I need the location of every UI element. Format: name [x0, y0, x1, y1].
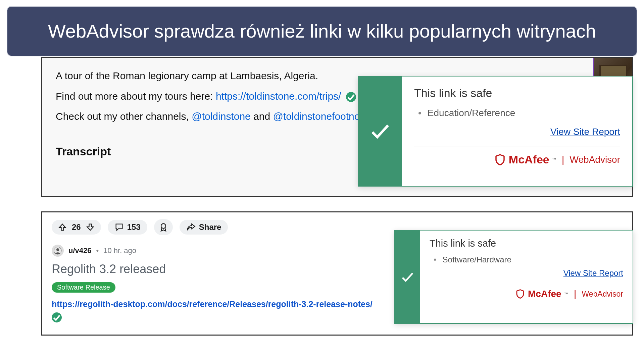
- popup-title: This link is safe: [430, 238, 623, 249]
- mcafee-shield-icon: [515, 289, 525, 299]
- view-site-report-link[interactable]: View Site Report: [550, 127, 620, 137]
- headline-text: WebAdvisor sprawdza również linki w kilk…: [48, 20, 596, 42]
- description-line-3-mid: and: [251, 111, 273, 122]
- svg-point-0: [161, 224, 166, 229]
- safe-check-icon[interactable]: [346, 92, 356, 102]
- channel-link-1[interactable]: @toldinstone: [192, 111, 251, 122]
- view-site-report-link[interactable]: View Site Report: [563, 268, 623, 278]
- vote-widget: 26: [52, 220, 101, 235]
- mcafee-brand-text: McAfee: [528, 289, 561, 299]
- post-username[interactable]: u/v426: [68, 246, 92, 255]
- popup-divider: [430, 284, 623, 284]
- checkmark-icon: [400, 269, 415, 285]
- popup-status-strip: [395, 231, 420, 323]
- webadvisor-brand-text: WebAdvisor: [582, 290, 623, 299]
- avatar-icon: [54, 247, 62, 255]
- description-line-2-prefix: Find out more about my tours here:: [56, 91, 216, 102]
- post-time: 10 hr. ago: [103, 246, 136, 255]
- share-label: Share: [199, 222, 221, 232]
- upvote-icon[interactable]: [58, 222, 67, 232]
- popup-brand: McAfee™ | WebAdvisor: [414, 153, 620, 166]
- mcafee-tm: ™: [564, 292, 568, 297]
- tours-link[interactable]: https://toldinstone.com/trips/: [216, 91, 341, 102]
- avatar[interactable]: [52, 245, 64, 257]
- headline-banner: WebAdvisor sprawdza również linki w kilk…: [7, 6, 637, 56]
- popup-brand: McAfee™ | WebAdvisor: [430, 288, 623, 300]
- popup-category: Education/Reference: [414, 108, 620, 118]
- award-icon: [159, 222, 168, 232]
- comment-count: 153: [127, 222, 141, 232]
- webadvisor-popup-1: This link is safe Education/Reference Vi…: [358, 76, 633, 187]
- mcafee-shield-icon: [494, 154, 506, 166]
- popup-divider: [414, 147, 620, 147]
- channel-link-2[interactable]: @toldinstonefootnot: [273, 111, 363, 122]
- popup-status-strip: [358, 77, 402, 186]
- popup-title: This link is safe: [414, 87, 620, 100]
- popup-category: Software/Hardware: [430, 255, 623, 264]
- share-icon: [186, 222, 196, 232]
- mcafee-tm: ™: [552, 157, 556, 162]
- post-flair[interactable]: Software Release: [52, 282, 115, 293]
- award-button[interactable]: [154, 219, 173, 235]
- downvote-icon[interactable]: [86, 222, 95, 232]
- vote-count: 26: [72, 222, 81, 232]
- webadvisor-brand-text: WebAdvisor: [570, 154, 620, 165]
- brand-separator: |: [574, 288, 577, 300]
- comments-button[interactable]: 153: [108, 220, 147, 235]
- mcafee-brand-text: McAfee: [509, 153, 549, 166]
- checkmark-icon: [368, 119, 392, 143]
- safe-check-icon[interactable]: [52, 312, 62, 322]
- svg-point-2: [56, 248, 59, 251]
- webadvisor-popup-2: This link is safe Software/Hardware View…: [394, 230, 633, 324]
- brand-separator: |: [562, 154, 564, 165]
- meta-separator: •: [96, 246, 99, 255]
- description-line-3-prefix: Check out my other channels,: [56, 111, 192, 122]
- comment-icon: [114, 222, 124, 232]
- share-button[interactable]: Share: [180, 220, 228, 235]
